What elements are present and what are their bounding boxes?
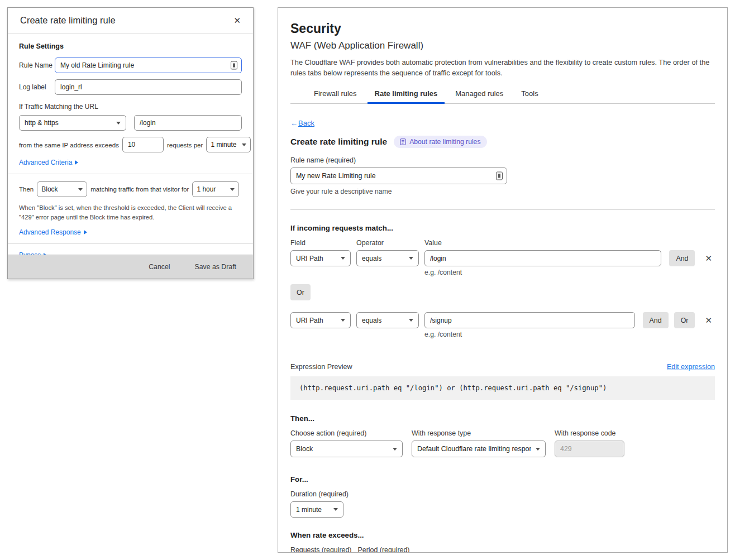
field-select[interactable]: URI Path: [290, 250, 351, 266]
document-icon: [400, 138, 406, 145]
action-select[interactable]: Block: [37, 181, 87, 197]
chevron-down-icon: [341, 257, 345, 260]
close-button[interactable]: ✕: [230, 15, 244, 27]
chevron-down-icon: [333, 508, 338, 511]
security-page: Security WAF (Web Application Firewall) …: [278, 7, 728, 553]
close-icon: ✕: [705, 253, 712, 263]
for-heading: For...: [290, 475, 715, 484]
value-input[interactable]: [424, 250, 661, 266]
response-code-column: With response code: [555, 429, 624, 457]
operator-select-value: equals: [362, 317, 381, 324]
rule-settings-heading: Rule Settings: [19, 42, 242, 50]
tab-managed-rules[interactable]: Managed rules: [446, 87, 512, 103]
remove-condition-button[interactable]: ✕: [702, 250, 715, 266]
back-label: Back: [298, 119, 314, 127]
and-condition-button[interactable]: And: [643, 312, 669, 328]
and-condition-button[interactable]: And: [669, 250, 695, 266]
advanced-criteria-link[interactable]: Advanced Criteria: [19, 159, 78, 166]
url-input[interactable]: [134, 115, 242, 131]
or-condition-button[interactable]: Or: [674, 312, 695, 328]
duration-label: Duration (required): [290, 490, 715, 498]
operator-select-value: equals: [362, 255, 381, 262]
action-select-value: Block: [296, 445, 313, 453]
log-label-row: Log label: [19, 79, 242, 95]
modal-header: Create rate limiting rule ✕: [8, 8, 253, 33]
log-label-input[interactable]: [55, 79, 242, 95]
requests-per-text: requests per: [167, 141, 203, 149]
period-select[interactable]: 1 minute: [206, 137, 251, 152]
field-select[interactable]: URI Path: [290, 312, 351, 328]
waf-subtitle: WAF (Web Application Firewall): [290, 40, 715, 51]
close-icon: ✕: [233, 16, 241, 25]
waf-description: The Cloudflare WAF provides both automat…: [290, 57, 715, 78]
rule-name-input[interactable]: [55, 58, 242, 73]
advanced-response-link[interactable]: Advanced Response: [19, 228, 87, 236]
chevron-down-icon: [116, 122, 121, 125]
operator-select[interactable]: equals: [356, 312, 419, 328]
tab-tools[interactable]: Tools: [512, 87, 547, 103]
rule-name-input[interactable]: [290, 167, 507, 184]
then-row: Then Block matching traffic from that vi…: [19, 181, 242, 197]
exceeds-text: from the same IP address exceeds: [19, 141, 119, 149]
traffic-match-heading: If Traffic Matching the URL: [19, 103, 242, 111]
ban-duration-select[interactable]: 1 hour: [192, 181, 239, 197]
divider: [290, 209, 715, 210]
period-column: Period (required) 1 minute: [358, 546, 419, 553]
expression-preview-label: Expression Preview: [290, 363, 352, 371]
operator-select[interactable]: equals: [356, 250, 419, 266]
tab-firewall-rules[interactable]: Firewall rules: [305, 87, 366, 103]
back-link[interactable]: ←Back: [290, 119, 314, 127]
page-title: Security: [290, 21, 715, 36]
tab-rate-limiting-rules[interactable]: Rate limiting rules: [366, 87, 447, 103]
value-input[interactable]: [424, 312, 635, 328]
advanced-criteria-label: Advanced Criteria: [19, 159, 72, 166]
value-label: Value: [424, 239, 715, 247]
block-note: When "Block" is set, when the threshold …: [19, 203, 242, 222]
chevron-down-icon: [341, 319, 345, 322]
match-heading: If incoming requests match...: [290, 224, 715, 232]
response-type-select[interactable]: Default Cloudflare rate limiting respons…: [412, 441, 546, 457]
period-select-value: 1 minute: [211, 141, 236, 149]
autofill-icon[interactable]: [496, 172, 503, 180]
requests-input[interactable]: [122, 137, 164, 152]
threshold-row: from the same IP address exceeds request…: [19, 137, 242, 152]
action-select[interactable]: Block: [290, 441, 403, 457]
field-label: Field: [290, 239, 351, 247]
about-badge-label: About rate limiting rules: [409, 138, 480, 146]
remove-condition-button[interactable]: ✕: [702, 312, 715, 328]
then-heading: Then...: [290, 414, 715, 423]
modal-title: Create rate limiting rule: [20, 15, 116, 26]
url-match-row: http & https: [19, 115, 242, 131]
divider: [8, 174, 253, 174]
action-select-value: Block: [41, 185, 58, 193]
edit-expression-link[interactable]: Edit expression: [667, 363, 715, 371]
value-helper: e.g. /content: [424, 269, 661, 276]
about-rate-limiting-badge[interactable]: About rate limiting rules: [394, 136, 486, 148]
save-as-draft-button[interactable]: Save as Draft: [192, 262, 240, 271]
condition-row: URI Path equals e.g. /content And ✕: [290, 250, 715, 276]
condition-row: URI Path equals e.g. /content And Or ✕: [290, 312, 715, 338]
or-condition-button[interactable]: Or: [290, 284, 311, 300]
cancel-button[interactable]: Cancel: [145, 262, 173, 271]
scheme-select-value: http & https: [25, 119, 59, 127]
url-input-wrap: [134, 115, 242, 131]
choose-action-label: Choose action (required): [290, 429, 403, 437]
scheme-select[interactable]: http & https: [19, 115, 126, 131]
duration-select[interactable]: 1 minute: [290, 501, 343, 518]
rule-name-input-wrap: [290, 167, 507, 184]
expression-code: (http.request.uri.path eq "/login") or (…: [290, 376, 715, 400]
caret-right-icon: [75, 160, 78, 165]
waf-tabs: Firewall rules Rate limiting rules Manag…: [290, 87, 715, 104]
log-label-label: Log label: [19, 83, 55, 91]
value-column: e.g. /content: [424, 250, 661, 276]
rate-controls: Requests (required) Period (required) 1 …: [290, 546, 715, 553]
autofill-icon[interactable]: [231, 61, 237, 70]
chevron-down-icon: [409, 257, 413, 260]
condition-labels: Field Operator Value: [290, 239, 715, 247]
response-type-label: With response type: [412, 429, 546, 437]
rule-name-helper: Give your rule a descriptive name: [290, 188, 715, 195]
form-title-row: Create rate limiting rule About rate lim…: [290, 136, 715, 148]
close-icon: ✕: [705, 315, 712, 325]
divider: [8, 243, 253, 244]
expression-preview-row: Expression Preview Edit expression: [290, 363, 715, 371]
